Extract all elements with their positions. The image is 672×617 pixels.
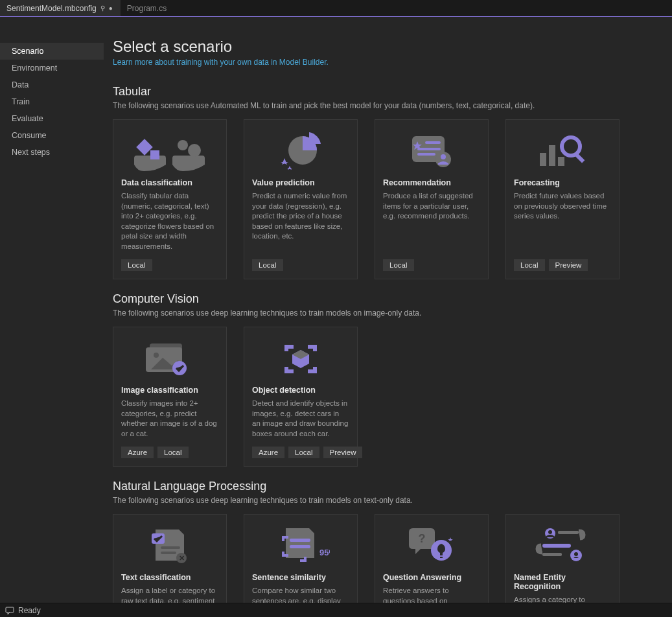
- sidebar-item-evaluate[interactable]: Evaluate: [0, 110, 104, 127]
- svg-rect-45: [6, 607, 14, 612]
- section-desc-nlp: The following scenarios use deep learnin…: [113, 496, 653, 505]
- section-title-nlp: Natural Language Processing: [113, 480, 653, 493]
- card-text-classification[interactable]: ✕ Text classification Assign a label or …: [113, 514, 227, 603]
- card-sentence-similarity[interactable]: 95% Sentence similarity Compare how simi…: [244, 514, 358, 603]
- svg-point-3: [188, 144, 201, 157]
- card-image-classification[interactable]: Image classification Classify images int…: [113, 327, 227, 467]
- svg-point-39: [548, 530, 552, 534]
- svg-rect-11: [417, 153, 435, 156]
- svg-rect-36: [440, 557, 443, 558]
- card-question-answering[interactable]: ? Question Answering Retrieve answers to…: [375, 514, 489, 603]
- status-bar: Ready: [0, 603, 672, 617]
- svg-rect-31: [290, 539, 310, 542]
- svg-rect-27: [161, 546, 180, 549]
- card-named-entity-recognition[interactable]: Named Entity Recognition Assigns a categ…: [505, 514, 620, 603]
- dirty-dot-icon: ●: [109, 5, 113, 12]
- card-object-detection[interactable]: Object detection Detect and identify obj…: [244, 327, 358, 467]
- card-desc: Assigns a category to individual words i…: [514, 595, 611, 603]
- card-title: Recommendation: [383, 178, 480, 187]
- svg-marker-6: [287, 166, 292, 170]
- learn-more-link[interactable]: Learn more about training with your own …: [113, 58, 329, 67]
- card-row-nlp: ✕ Text classification Assign a label or …: [113, 514, 653, 603]
- value-prediction-icon: [252, 129, 349, 174]
- svg-rect-42: [542, 553, 562, 556]
- sidebar: Scenario Environment Data Train Evaluate…: [0, 17, 104, 603]
- card-forecasting[interactable]: Forecasting Predict future values based …: [505, 119, 620, 279]
- tab-label: Program.cs: [127, 4, 167, 13]
- svg-rect-1: [150, 150, 159, 159]
- svg-rect-16: [558, 157, 564, 166]
- data-classification-icon: [121, 129, 218, 174]
- card-title: Text classification: [121, 573, 218, 582]
- sentence-similarity-icon: 95%: [252, 524, 349, 569]
- sidebar-item-data[interactable]: Data: [0, 76, 104, 93]
- svg-marker-5: [281, 158, 288, 165]
- svg-point-17: [562, 137, 580, 156]
- recommendation-icon: [383, 129, 480, 174]
- card-desc: Retrieve answers to questions based on c…: [383, 586, 480, 603]
- azure-button[interactable]: Azure: [121, 447, 154, 458]
- card-desc: Compare how similar two sentences are, e…: [252, 586, 349, 603]
- card-desc: Predict a numeric value from your data (…: [252, 191, 349, 251]
- card-value-prediction[interactable]: Value prediction Predict a numeric value…: [244, 119, 358, 279]
- object-detection-icon: [252, 336, 349, 382]
- card-desc: Detect and identify objects in images, e…: [252, 399, 349, 439]
- pin-icon[interactable]: ⚲: [100, 5, 105, 12]
- card-desc: Assign a label or category to raw text d…: [121, 586, 218, 603]
- text-classification-icon: ✕: [121, 524, 218, 569]
- card-title: Question Answering: [383, 573, 480, 582]
- card-desc: Classify images into 2+ categories, e.g.…: [121, 399, 218, 439]
- local-button[interactable]: Local: [157, 447, 189, 458]
- btn-row: Azure Local Preview: [252, 447, 349, 458]
- card-title: Sentence similarity: [252, 573, 349, 582]
- section-desc-tabular: The following scenarios use Automated ML…: [113, 101, 653, 110]
- card-data-classification[interactable]: Data classification Classify tabular dat…: [113, 119, 227, 279]
- section-desc-cv: The following scenarios use deep learnin…: [113, 308, 653, 318]
- sidebar-item-next-steps[interactable]: Next steps: [0, 144, 104, 161]
- card-desc: Classify tabular data (numeric, categori…: [121, 191, 218, 251]
- card-recommendation[interactable]: Recommendation Produce a list of suggest…: [375, 119, 489, 279]
- tab-bar: SentimentModel.mbconfig ⚲ ● Program.cs: [0, 0, 672, 17]
- svg-point-44: [574, 552, 578, 556]
- svg-point-13: [441, 154, 446, 159]
- svg-rect-9: [425, 141, 441, 144]
- local-button[interactable]: Local: [288, 447, 319, 458]
- local-button[interactable]: Local: [514, 259, 545, 271]
- card-title: Named Entity Recognition: [514, 573, 611, 591]
- question-answering-icon: ?: [383, 524, 480, 569]
- btn-row: Local Preview: [514, 259, 611, 271]
- status-text: Ready: [18, 606, 41, 615]
- card-desc: Produce a list of suggested items for a …: [383, 191, 480, 251]
- preview-button[interactable]: Preview: [323, 447, 363, 458]
- local-button[interactable]: Local: [383, 259, 414, 271]
- svg-rect-40: [558, 531, 579, 534]
- azure-button[interactable]: Azure: [252, 447, 284, 458]
- section-title-tabular: Tabular: [113, 85, 653, 99]
- sidebar-item-scenario[interactable]: Scenario: [0, 43, 104, 60]
- comment-icon: [5, 606, 14, 615]
- card-title: Forecasting: [514, 178, 611, 187]
- svg-point-2: [178, 140, 188, 150]
- svg-marker-37: [448, 537, 453, 541]
- sidebar-item-train[interactable]: Train: [0, 93, 104, 110]
- tab-sentimentmodel[interactable]: SentimentModel.mbconfig ⚲ ●: [0, 0, 121, 16]
- local-button[interactable]: Local: [252, 259, 283, 271]
- card-title: Data classification: [121, 178, 218, 187]
- page-title: Select a scenario: [113, 38, 653, 56]
- svg-rect-18: [575, 153, 585, 163]
- svg-rect-0: [136, 139, 152, 155]
- card-row-tabular: Data classification Classify tabular dat…: [113, 119, 653, 279]
- tab-label: SentimentModel.mbconfig: [6, 4, 97, 13]
- btn-row: Local: [121, 259, 218, 271]
- sidebar-item-consume[interactable]: Consume: [0, 127, 104, 144]
- sidebar-item-environment[interactable]: Environment: [0, 60, 104, 76]
- preview-button[interactable]: Preview: [549, 259, 588, 271]
- svg-text:✕: ✕: [179, 554, 185, 562]
- svg-text:95%: 95%: [319, 548, 330, 557]
- local-button[interactable]: Local: [121, 259, 152, 271]
- tab-program[interactable]: Program.cs: [121, 0, 174, 16]
- image-classification-icon: [121, 336, 218, 382]
- svg-text:?: ?: [419, 532, 426, 545]
- svg-rect-14: [540, 153, 546, 166]
- svg-point-21: [154, 353, 159, 358]
